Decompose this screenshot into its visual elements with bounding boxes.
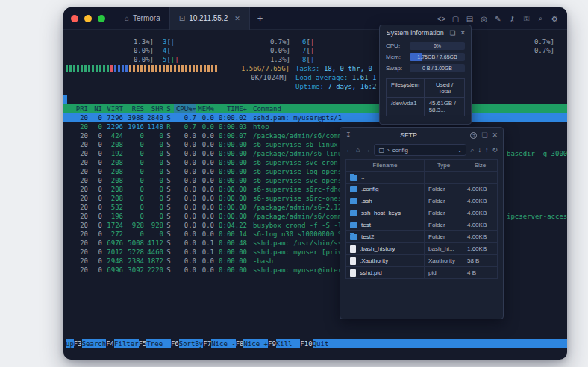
cell-cpu: 0.0 bbox=[174, 257, 196, 266]
column-header-ni[interactable]: NI bbox=[88, 104, 102, 113]
mem-meter-value: 1.56G/7.65G] bbox=[241, 64, 290, 73]
cell-mem: 0.0 bbox=[196, 131, 214, 140]
cell-mem: 0.0 bbox=[196, 203, 214, 212]
folder-icon[interactable]: ▢ bbox=[451, 15, 460, 23]
cell-virt: 272 bbox=[102, 230, 123, 239]
cell-ni: 0 bbox=[88, 158, 102, 167]
cell-cpu: 0.0 bbox=[174, 158, 196, 167]
transfers-icon[interactable]: ↧ bbox=[345, 131, 351, 139]
column-header-mem[interactable]: MEM% bbox=[196, 104, 214, 113]
file-type: Xauthority bbox=[424, 255, 463, 266]
cell-ni: 0 bbox=[88, 140, 102, 149]
session-tab-label: 10.211.55.2 bbox=[189, 14, 228, 22]
file-row[interactable]: test2Folder4.00KB bbox=[346, 231, 497, 243]
help-icon[interactable]: ? bbox=[470, 132, 477, 139]
chevron-down-icon[interactable]: ⌄ bbox=[457, 147, 463, 154]
edit-icon[interactable]: ✎ bbox=[493, 15, 503, 23]
cell-res: 928 bbox=[123, 221, 144, 230]
file-type: Folder bbox=[424, 231, 463, 242]
fnkey-f4-label[interactable]: Filter bbox=[114, 339, 139, 348]
close-tab-icon[interactable]: ✕ bbox=[234, 15, 240, 22]
file-name: .config bbox=[361, 186, 379, 192]
keychain-icon[interactable]: ⚿ bbox=[522, 14, 531, 23]
column-header-pri[interactable]: PRI bbox=[66, 104, 88, 113]
column-header-res[interactable]: RES bbox=[123, 104, 144, 113]
meter-tick bbox=[77, 65, 79, 72]
tab-session[interactable]: ⊡ 10.211.55.2 ✕ bbox=[169, 7, 250, 30]
close-window-button[interactable] bbox=[71, 15, 78, 22]
log-icon[interactable]: ▤ bbox=[465, 15, 475, 23]
file-row[interactable]: .configFolder4.00KB bbox=[346, 184, 497, 195]
size-column-header[interactable]: Size bbox=[463, 160, 497, 171]
back-icon[interactable]: ← bbox=[345, 146, 352, 154]
file-type: Folder bbox=[424, 207, 463, 219]
column-header-shr[interactable]: SHR bbox=[144, 104, 163, 113]
fnkey-f8-label[interactable]: Nice + bbox=[243, 339, 268, 348]
file-name: .ssh bbox=[361, 198, 372, 204]
tasks-value: 18, 0 thr, 0 bbox=[324, 65, 372, 72]
filename-column-header[interactable]: Filename bbox=[346, 162, 424, 169]
column-header-cpu[interactable]: CPU%▿ bbox=[174, 104, 196, 113]
column-header-virt[interactable]: VIRT bbox=[102, 104, 123, 113]
close-icon[interactable]: ✕ bbox=[460, 29, 466, 37]
settings-gear-icon[interactable]: ⚙ bbox=[550, 15, 560, 23]
popout-icon[interactable]: ❏ bbox=[449, 29, 455, 37]
file-row[interactable]: .bash_historybash_hi...1.60KB bbox=[346, 243, 497, 255]
code-icon[interactable]: <> bbox=[437, 15, 446, 23]
key-icon[interactable]: ⚷ bbox=[507, 15, 517, 23]
file-row[interactable]: ssh_host_keysFolder4.00KB bbox=[346, 207, 497, 219]
fnkey-f3-label[interactable]: Search bbox=[82, 339, 107, 348]
file-row[interactable]: testFolder4.00KB bbox=[346, 219, 497, 231]
cell-shr: 0 bbox=[144, 158, 163, 167]
file-row[interactable]: .. bbox=[346, 172, 497, 184]
sftp-titlebar: ↧ SFTP ? ❏ ✕ bbox=[340, 128, 503, 142]
desktop: ⌂ Termora ⊡ 10.211.55.2 ✕ + <>▢▤◎✎⚷⚿⌕⚙ 1… bbox=[0, 0, 588, 367]
file-type: Folder bbox=[424, 219, 463, 230]
fnkey-f5-label[interactable]: Tree bbox=[146, 339, 171, 348]
forward-icon[interactable]: → bbox=[363, 146, 370, 154]
cell-pri: 20 bbox=[66, 158, 88, 167]
fnkey-f6-label[interactable]: SortBy bbox=[179, 339, 204, 348]
cell-virt: 1724 bbox=[102, 221, 123, 230]
close-icon[interactable]: ✕ bbox=[492, 131, 498, 139]
sftp-title: SFTP bbox=[351, 131, 466, 139]
cell-pri: 20 bbox=[66, 221, 88, 230]
cell-pri: 20 bbox=[66, 239, 88, 248]
file-name-cell: test bbox=[346, 222, 424, 228]
new-tab-button[interactable]: + bbox=[250, 7, 271, 30]
meter-tick bbox=[200, 65, 202, 72]
filesystem-table-header: FilesystemUsed / Total bbox=[387, 79, 464, 97]
process-row[interactable]: 200729639882840S0.70.00:00.02sshd.pam: m… bbox=[63, 113, 567, 122]
minimize-window-button[interactable] bbox=[84, 15, 92, 22]
cell-mem: 0.0 bbox=[196, 194, 214, 203]
fnkey-clipped-label[interactable]: up bbox=[66, 339, 74, 348]
fnkey-f7-label[interactable]: Nice - bbox=[211, 339, 236, 348]
file-row[interactable]: sshd.pidpid4 B bbox=[346, 267, 497, 279]
file-type bbox=[424, 172, 463, 183]
folder-icon bbox=[350, 222, 357, 228]
filter-icon[interactable]: ⌕ bbox=[470, 146, 474, 154]
type-column-header[interactable]: Type bbox=[424, 160, 463, 171]
cell-res: 0 bbox=[123, 158, 144, 167]
macro-record-icon[interactable]: ◎ bbox=[479, 15, 489, 23]
maximize-window-button[interactable] bbox=[98, 15, 105, 22]
upload-icon[interactable]: ↑ bbox=[485, 146, 489, 154]
file-row[interactable]: .XauthorityXauthority58 B bbox=[346, 255, 497, 267]
refresh-icon[interactable]: ↻ bbox=[492, 146, 498, 154]
download-icon[interactable]: ↓ bbox=[478, 146, 481, 154]
file-icon bbox=[350, 245, 356, 253]
fnkey-f10-label[interactable]: Quit bbox=[313, 339, 329, 348]
search-icon[interactable]: ⌕ bbox=[536, 14, 545, 23]
cell-time: 0:00.00 bbox=[214, 185, 247, 194]
meter-tick bbox=[166, 65, 169, 72]
column-header-time[interactable]: TIME+ bbox=[214, 104, 247, 113]
column-header-s[interactable]: S bbox=[163, 104, 174, 113]
file-type: pid bbox=[424, 267, 463, 278]
tab-home[interactable]: ⌂ Termora bbox=[116, 7, 169, 30]
fnkey-f9-label[interactable]: Kill bbox=[276, 339, 301, 348]
path-breadcrumb[interactable]: ▢ › config ⌄ bbox=[374, 144, 466, 156]
cell-pri: 20 bbox=[66, 257, 88, 266]
popout-icon[interactable]: ❏ bbox=[481, 131, 487, 139]
file-row[interactable]: .sshFolder4.00KB bbox=[346, 195, 497, 207]
home-icon[interactable]: ⌂ bbox=[356, 146, 360, 154]
